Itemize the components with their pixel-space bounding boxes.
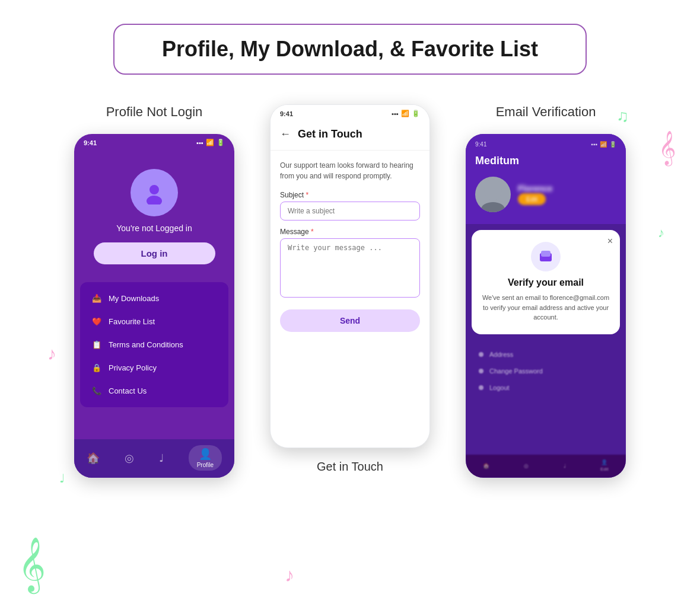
menu-item-downloads[interactable]: 📥 My Downloads [80,287,228,310]
wifi-icon-3: 📶 [600,141,607,148]
profile-nav-label: Profile [197,462,214,468]
nav-music[interactable]: ◎ [125,452,134,465]
contact-icon: 📞 [92,386,101,395]
svg-point-0 [149,185,159,194]
message-required: * [311,228,314,236]
email-profile-icon: 👤 [601,459,607,465]
screen3-wrapper: Email Verification 9:41 ▪▪▪ 📶 🔋 Meditum [466,104,626,478]
nav-playlist[interactable]: ♩ [159,452,164,465]
home-icon: 🏠 [87,452,100,465]
verify-icon [531,242,561,271]
wifi-icon-2: 📶 [401,110,409,117]
menu-item-favourites[interactable]: ❤️ Favourite List [80,310,228,333]
music-note-pink-bottom: ♪ [285,564,294,586]
email-menu-item-1: Address [473,346,619,363]
email-bottom-nav: 🏠 ◎ ♩ 👤 Edit [466,455,626,478]
status-icons-2: ▪▪▪ 📶 🔋 [392,110,420,117]
battery-icon-2: 🔋 [412,110,420,117]
email-playlist-icon: ♩ [564,463,566,469]
heart-icon: ❤️ [92,317,101,326]
email-nav-music: ◎ [524,463,529,469]
contact-header-title: Get in Touch [298,128,362,140]
menu-item-privacy[interactable]: 🔒 Privacy Policy [80,356,228,379]
subject-field-group: Subject * [280,191,420,228]
contact-description: Our support team looks forward to hearin… [280,160,420,181]
message-field-group: Message * [280,228,420,309]
email-nav-playlist: ♩ [564,463,566,469]
email-avatar [475,177,511,212]
signal-icon-3: ▪▪▪ [591,141,597,148]
send-button[interactable]: Send [280,309,420,332]
svg-point-2 [484,179,502,200]
verify-modal: × Verify your email We've sent an email … [472,230,620,334]
message-textarea[interactable] [280,238,420,298]
download-icon: 📥 [92,294,101,303]
page-title: Profile, My Download, & Favorite List [162,37,538,62]
status-time-2: 9:41 [280,110,293,117]
svg-rect-6 [543,259,549,261]
svg-rect-5 [541,251,551,257]
nav-home[interactable]: 🏠 [87,452,100,465]
avatar [131,169,178,216]
menu-item-favourites-label: Favourite List [109,317,155,326]
bottom-nav-1: 🏠 ◎ ♩ 👤 Profile [74,439,234,478]
status-icons-1: ▪▪▪ 📶 🔋 [196,139,225,146]
screen1-label: Profile Not Login [106,104,203,120]
email-home-icon: 🏠 [483,463,489,469]
menu-item-contact[interactable]: 📞 Contact Us [80,379,228,402]
subject-label: Subject * [280,191,420,199]
battery-icon: 🔋 [217,139,225,146]
email-profile-row: Florence Edit [475,177,616,212]
app-name: Meditum [475,155,616,167]
email-menu-item-3: Logout [473,379,619,396]
subject-input[interactable] [280,202,420,220]
avatar-icon [142,181,166,204]
signal-icon: ▪▪▪ [196,139,203,146]
email-menu-section: Address Change Password Logout [466,340,626,402]
email-music-icon: ◎ [524,463,529,469]
menu-section: 📥 My Downloads ❤️ Favourite List 📋 Terms… [80,282,228,407]
svg-point-1 [147,196,162,204]
status-time-1: 9:41 [84,139,97,146]
message-label: Message * [280,228,420,236]
nav-profile[interactable]: 👤 Profile [189,445,222,471]
email-edit-button[interactable]: Edit [518,193,546,205]
wifi-icon: 📶 [206,139,214,146]
status-icons-3: ▪▪▪ 📶 🔋 [591,141,616,148]
playlist-icon: ♩ [159,452,164,465]
menu-item-downloads-label: My Downloads [109,294,159,303]
subject-required: * [306,191,308,199]
contact-body: Our support team looks forward to hearin… [271,151,429,341]
screen2-bottom-label: Get in Touch [317,460,383,474]
email-user-info: Florence Edit [518,184,552,205]
login-button[interactable]: Log in [94,242,215,264]
email-nav-profile: 👤 Edit [600,459,609,472]
page-header: Profile, My Download, & Favorite List [0,0,700,92]
battery-icon-3: 🔋 [609,141,616,148]
status-time-3: 9:41 [475,141,486,148]
email-verification-phone: 9:41 ▪▪▪ 📶 🔋 Meditum [466,134,626,478]
status-bar-2: 9:41 ▪▪▪ 📶 🔋 [271,105,429,122]
menu-item-terms[interactable]: 📋 Terms and Conditions [80,333,228,356]
avatar-section: You're not Logged in Log in [74,151,234,276]
svg-point-3 [481,202,505,212]
verify-title: Verify your email [481,277,610,288]
signal-icon-2: ▪▪▪ [392,110,399,117]
email-nav-home: 🏠 [483,463,489,469]
music-icon: ◎ [125,452,134,465]
verify-close-button[interactable]: × [607,236,613,247]
back-arrow[interactable]: ← [280,128,291,140]
menu-item-contact-label: Contact Us [109,386,147,395]
menu-item-terms-label: Terms and Conditions [109,340,183,349]
treble-clef-left: 𝄞 [18,537,46,592]
terms-icon: 📋 [92,340,101,349]
screen1-wrapper: Profile Not Login 9:41 ▪▪▪ 📶 🔋 [74,104,234,478]
screen2-wrapper: 9:41 ▪▪▪ 📶 🔋 ← Get in Touch Our support … [270,104,430,474]
status-bar-1: 9:41 ▪▪▪ 📶 🔋 [74,134,234,151]
screens-container: Profile Not Login 9:41 ▪▪▪ 📶 🔋 [0,92,700,490]
header-box: Profile, My Download, & Favorite List [113,24,587,75]
email-top-section: 9:41 ▪▪▪ 📶 🔋 Meditum [466,134,626,224]
privacy-icon: 🔒 [92,363,101,372]
screen3-label: Email Verification [496,104,596,120]
not-logged-text: You're not Logged in [116,223,192,233]
